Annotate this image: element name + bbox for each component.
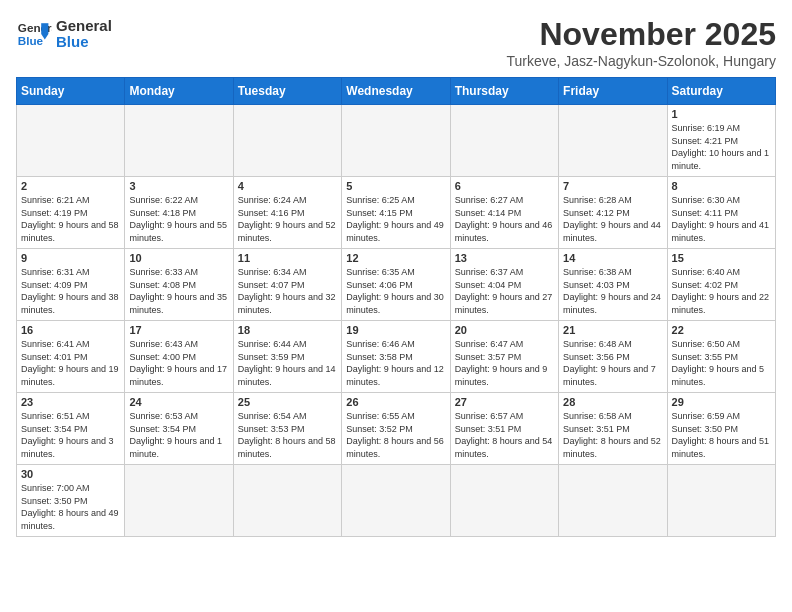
calendar-cell: 17Sunrise: 6:43 AM Sunset: 4:00 PM Dayli… bbox=[125, 321, 233, 393]
logo-icon: General Blue bbox=[16, 16, 52, 52]
calendar-cell bbox=[450, 105, 558, 177]
logo-blue: Blue bbox=[56, 34, 112, 51]
day-info: Sunrise: 6:28 AM Sunset: 4:12 PM Dayligh… bbox=[563, 194, 662, 244]
day-number: 13 bbox=[455, 252, 554, 264]
day-number: 30 bbox=[21, 468, 120, 480]
calendar-cell: 9Sunrise: 6:31 AM Sunset: 4:09 PM Daylig… bbox=[17, 249, 125, 321]
day-info: Sunrise: 6:31 AM Sunset: 4:09 PM Dayligh… bbox=[21, 266, 120, 316]
day-info: Sunrise: 6:44 AM Sunset: 3:59 PM Dayligh… bbox=[238, 338, 337, 388]
header-wednesday: Wednesday bbox=[342, 78, 450, 105]
day-info: Sunrise: 6:22 AM Sunset: 4:18 PM Dayligh… bbox=[129, 194, 228, 244]
calendar-cell: 28Sunrise: 6:58 AM Sunset: 3:51 PM Dayli… bbox=[559, 393, 667, 465]
header-saturday: Saturday bbox=[667, 78, 775, 105]
header-friday: Friday bbox=[559, 78, 667, 105]
day-info: Sunrise: 6:54 AM Sunset: 3:53 PM Dayligh… bbox=[238, 410, 337, 460]
day-number: 22 bbox=[672, 324, 771, 336]
calendar-table: SundayMondayTuesdayWednesdayThursdayFrid… bbox=[16, 77, 776, 537]
calendar-cell: 3Sunrise: 6:22 AM Sunset: 4:18 PM Daylig… bbox=[125, 177, 233, 249]
calendar-cell bbox=[559, 465, 667, 537]
calendar-cell bbox=[125, 465, 233, 537]
calendar-cell: 25Sunrise: 6:54 AM Sunset: 3:53 PM Dayli… bbox=[233, 393, 341, 465]
svg-text:Blue: Blue bbox=[18, 34, 44, 47]
calendar-cell: 16Sunrise: 6:41 AM Sunset: 4:01 PM Dayli… bbox=[17, 321, 125, 393]
day-info: Sunrise: 6:50 AM Sunset: 3:55 PM Dayligh… bbox=[672, 338, 771, 388]
day-info: Sunrise: 6:57 AM Sunset: 3:51 PM Dayligh… bbox=[455, 410, 554, 460]
day-info: Sunrise: 6:37 AM Sunset: 4:04 PM Dayligh… bbox=[455, 266, 554, 316]
calendar-cell: 29Sunrise: 6:59 AM Sunset: 3:50 PM Dayli… bbox=[667, 393, 775, 465]
calendar-cell: 26Sunrise: 6:55 AM Sunset: 3:52 PM Dayli… bbox=[342, 393, 450, 465]
calendar-cell: 13Sunrise: 6:37 AM Sunset: 4:04 PM Dayli… bbox=[450, 249, 558, 321]
day-number: 12 bbox=[346, 252, 445, 264]
day-info: Sunrise: 6:27 AM Sunset: 4:14 PM Dayligh… bbox=[455, 194, 554, 244]
day-info: Sunrise: 6:59 AM Sunset: 3:50 PM Dayligh… bbox=[672, 410, 771, 460]
day-number: 19 bbox=[346, 324, 445, 336]
day-number: 5 bbox=[346, 180, 445, 192]
calendar-cell: 10Sunrise: 6:33 AM Sunset: 4:08 PM Dayli… bbox=[125, 249, 233, 321]
day-info: Sunrise: 6:19 AM Sunset: 4:21 PM Dayligh… bbox=[672, 122, 771, 172]
svg-marker-2 bbox=[41, 23, 48, 34]
day-info: Sunrise: 6:25 AM Sunset: 4:15 PM Dayligh… bbox=[346, 194, 445, 244]
calendar-cell: 18Sunrise: 6:44 AM Sunset: 3:59 PM Dayli… bbox=[233, 321, 341, 393]
calendar-cell: 19Sunrise: 6:46 AM Sunset: 3:58 PM Dayli… bbox=[342, 321, 450, 393]
logo: General Blue General Blue bbox=[16, 16, 112, 52]
calendar-cell bbox=[125, 105, 233, 177]
day-info: Sunrise: 6:24 AM Sunset: 4:16 PM Dayligh… bbox=[238, 194, 337, 244]
day-info: Sunrise: 6:51 AM Sunset: 3:54 PM Dayligh… bbox=[21, 410, 120, 460]
day-info: Sunrise: 6:33 AM Sunset: 4:08 PM Dayligh… bbox=[129, 266, 228, 316]
calendar-cell: 1Sunrise: 6:19 AM Sunset: 4:21 PM Daylig… bbox=[667, 105, 775, 177]
calendar-cell bbox=[233, 105, 341, 177]
calendar-cell: 6Sunrise: 6:27 AM Sunset: 4:14 PM Daylig… bbox=[450, 177, 558, 249]
day-number: 16 bbox=[21, 324, 120, 336]
day-info: Sunrise: 6:47 AM Sunset: 3:57 PM Dayligh… bbox=[455, 338, 554, 388]
calendar-cell: 7Sunrise: 6:28 AM Sunset: 4:12 PM Daylig… bbox=[559, 177, 667, 249]
day-info: Sunrise: 6:38 AM Sunset: 4:03 PM Dayligh… bbox=[563, 266, 662, 316]
day-number: 2 bbox=[21, 180, 120, 192]
calendar-cell: 15Sunrise: 6:40 AM Sunset: 4:02 PM Dayli… bbox=[667, 249, 775, 321]
day-number: 4 bbox=[238, 180, 337, 192]
day-number: 29 bbox=[672, 396, 771, 408]
day-number: 17 bbox=[129, 324, 228, 336]
day-number: 14 bbox=[563, 252, 662, 264]
calendar-cell: 8Sunrise: 6:30 AM Sunset: 4:11 PM Daylig… bbox=[667, 177, 775, 249]
day-number: 25 bbox=[238, 396, 337, 408]
day-info: Sunrise: 7:00 AM Sunset: 3:50 PM Dayligh… bbox=[21, 482, 120, 532]
calendar-cell: 2Sunrise: 6:21 AM Sunset: 4:19 PM Daylig… bbox=[17, 177, 125, 249]
week-row-0: 1Sunrise: 6:19 AM Sunset: 4:21 PM Daylig… bbox=[17, 105, 776, 177]
calendar-title: November 2025 bbox=[507, 16, 777, 53]
day-number: 1 bbox=[672, 108, 771, 120]
calendar-cell: 14Sunrise: 6:38 AM Sunset: 4:03 PM Dayli… bbox=[559, 249, 667, 321]
calendar-cell: 12Sunrise: 6:35 AM Sunset: 4:06 PM Dayli… bbox=[342, 249, 450, 321]
calendar-header: SundayMondayTuesdayWednesdayThursdayFrid… bbox=[17, 78, 776, 105]
day-info: Sunrise: 6:40 AM Sunset: 4:02 PM Dayligh… bbox=[672, 266, 771, 316]
calendar-cell bbox=[559, 105, 667, 177]
calendar-body: 1Sunrise: 6:19 AM Sunset: 4:21 PM Daylig… bbox=[17, 105, 776, 537]
calendar-subtitle: Turkeve, Jasz-Nagykun-Szolonok, Hungary bbox=[507, 53, 777, 69]
calendar-cell bbox=[342, 465, 450, 537]
header-thursday: Thursday bbox=[450, 78, 558, 105]
day-number: 6 bbox=[455, 180, 554, 192]
day-number: 3 bbox=[129, 180, 228, 192]
day-number: 27 bbox=[455, 396, 554, 408]
week-row-3: 16Sunrise: 6:41 AM Sunset: 4:01 PM Dayli… bbox=[17, 321, 776, 393]
header: General Blue General Blue November 2025 … bbox=[16, 16, 776, 69]
title-area: November 2025 Turkeve, Jasz-Nagykun-Szol… bbox=[507, 16, 777, 69]
day-number: 28 bbox=[563, 396, 662, 408]
day-info: Sunrise: 6:46 AM Sunset: 3:58 PM Dayligh… bbox=[346, 338, 445, 388]
week-row-4: 23Sunrise: 6:51 AM Sunset: 3:54 PM Dayli… bbox=[17, 393, 776, 465]
header-sunday: Sunday bbox=[17, 78, 125, 105]
day-info: Sunrise: 6:55 AM Sunset: 3:52 PM Dayligh… bbox=[346, 410, 445, 460]
week-row-2: 9Sunrise: 6:31 AM Sunset: 4:09 PM Daylig… bbox=[17, 249, 776, 321]
day-number: 7 bbox=[563, 180, 662, 192]
day-number: 21 bbox=[563, 324, 662, 336]
day-number: 10 bbox=[129, 252, 228, 264]
calendar-cell: 5Sunrise: 6:25 AM Sunset: 4:15 PM Daylig… bbox=[342, 177, 450, 249]
calendar-cell: 21Sunrise: 6:48 AM Sunset: 3:56 PM Dayli… bbox=[559, 321, 667, 393]
day-info: Sunrise: 6:34 AM Sunset: 4:07 PM Dayligh… bbox=[238, 266, 337, 316]
day-info: Sunrise: 6:58 AM Sunset: 3:51 PM Dayligh… bbox=[563, 410, 662, 460]
calendar-cell: 4Sunrise: 6:24 AM Sunset: 4:16 PM Daylig… bbox=[233, 177, 341, 249]
day-info: Sunrise: 6:48 AM Sunset: 3:56 PM Dayligh… bbox=[563, 338, 662, 388]
day-number: 8 bbox=[672, 180, 771, 192]
calendar-cell bbox=[667, 465, 775, 537]
calendar-cell bbox=[450, 465, 558, 537]
logo-general: General bbox=[56, 18, 112, 35]
